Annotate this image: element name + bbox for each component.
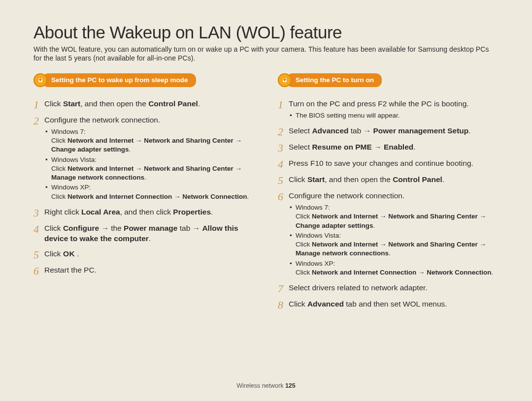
step-number: 6 (278, 191, 289, 202)
step-number: 2 (278, 126, 289, 137)
step-2: 2 Configure the network connection. Wind… (33, 115, 254, 202)
page-title: About the Wakeup on LAN (WOL) feature (33, 24, 499, 42)
step-text: Restart the PC. (44, 265, 254, 276)
sub-list: The BIOS setting menu will appear. (289, 111, 499, 120)
star-icon: ✦ (278, 73, 292, 87)
document-page: About the Wakeup on LAN (WOL) feature Wi… (0, 0, 532, 315)
step-6: 6 Restart the PC. (33, 265, 254, 277)
step-5: 5 Click Start, and then open the Control… (278, 175, 499, 186)
step-5: 5 Click OK . (33, 249, 254, 260)
step-text: Click Start, and then open the Control P… (44, 99, 254, 109)
sub-item-win7: Windows 7: Click Network and Internet → … (44, 127, 254, 154)
left-column: ✦ Setting the PC to wake up from sleep m… (33, 73, 254, 315)
footer-page-number: 125 (285, 382, 296, 389)
steps-left: 1 Click Start, and then open the Control… (33, 99, 254, 277)
step-1: 1 Turn on the PC and press F2 while the … (278, 99, 499, 121)
step-8: 8 Click Advanced tab and then set WOL me… (278, 299, 499, 310)
star-icon: ✦ (33, 73, 47, 87)
step-number: 7 (278, 283, 289, 294)
step-1: 1 Click Start, and then open the Control… (33, 99, 254, 110)
steps-right: 1 Turn on the PC and press F2 while the … (278, 99, 499, 310)
step-4: 4 Click Configure → the Power manage tab… (33, 223, 254, 244)
step-text: Click Advanced tab and then set WOL menu… (289, 299, 499, 309)
intro-text: With the WOL feature, you can automatica… (33, 45, 499, 62)
two-column-layout: ✦ Setting the PC to wake up from sleep m… (33, 73, 499, 315)
step-text: Press F10 to save your changes and conti… (289, 158, 499, 169)
sub-item-bios: The BIOS setting menu will appear. (289, 111, 499, 120)
step-3: 3 Right click Local Area, and then click… (33, 207, 254, 218)
step-text: Select Resume on PME → Enabled. (289, 142, 499, 153)
section-pill-turnon: Setting the PC to turn on (287, 73, 382, 87)
step-text: Click Start, and then open the Control P… (289, 175, 499, 185)
step-2: 2 Select Advanced tab → Power management… (278, 126, 499, 137)
step-number: 3 (278, 142, 289, 154)
step-number: 3 (33, 207, 44, 218)
sub-item-xp: Windows XP: Click Network and Internet C… (44, 183, 254, 201)
step-7: 7 Select drivers related to network adap… (278, 283, 499, 294)
step-number: 4 (278, 158, 289, 170)
step-text: Configure the network connection. Window… (289, 191, 499, 278)
right-column: ✦ Setting the PC to turn on 1 Turn on th… (278, 73, 499, 315)
sub-item-win7: Windows 7: Click Network and Internet → … (289, 203, 499, 230)
footer: Wireless network 125 (0, 382, 532, 389)
step-number: 8 (278, 299, 289, 310)
footer-section: Wireless network (236, 382, 285, 389)
section-header-turnon: ✦ Setting the PC to turn on (278, 73, 499, 87)
step-text: Select Advanced tab → Power management S… (289, 126, 499, 136)
step-text: Right click Local Area, and then click P… (44, 207, 254, 217)
step-4: 4 Press F10 to save your changes and con… (278, 158, 499, 170)
sub-item-xp: Windows XP: Click Network and Internet C… (289, 259, 499, 277)
ok-icon: OK (63, 249, 75, 258)
step-text: Turn on the PC and press F2 while the PC… (289, 99, 499, 121)
step-number: 2 (33, 115, 44, 126)
step-number: 1 (278, 99, 289, 110)
step-number: 5 (278, 175, 289, 186)
step-text: Click OK . (44, 249, 254, 259)
step-number: 1 (33, 99, 44, 110)
step-text: Click Configure → the Power manage tab →… (44, 223, 254, 244)
step-text: Select drivers related to network adapte… (289, 283, 499, 293)
sub-item-vista: Windows Vista: Click Network and Interne… (44, 155, 254, 183)
section-header-sleep: ✦ Setting the PC to wake up from sleep m… (33, 73, 254, 87)
sub-list: Windows 7: Click Network and Internet → … (44, 127, 254, 201)
section-pill-sleep: Setting the PC to wake up from sleep mod… (42, 73, 196, 87)
step-number: 5 (33, 249, 44, 260)
step-number: 6 (33, 265, 44, 277)
step-number: 4 (33, 223, 44, 235)
step-6: 6 Configure the network connection. Wind… (278, 191, 499, 278)
step-text: Configure the network connection. Window… (44, 115, 254, 202)
sub-list: Windows 7: Click Network and Internet → … (289, 203, 499, 277)
sub-item-vista: Windows Vista: Click Network and Interne… (289, 231, 499, 258)
step-3: 3 Select Resume on PME → Enabled. (278, 142, 499, 154)
